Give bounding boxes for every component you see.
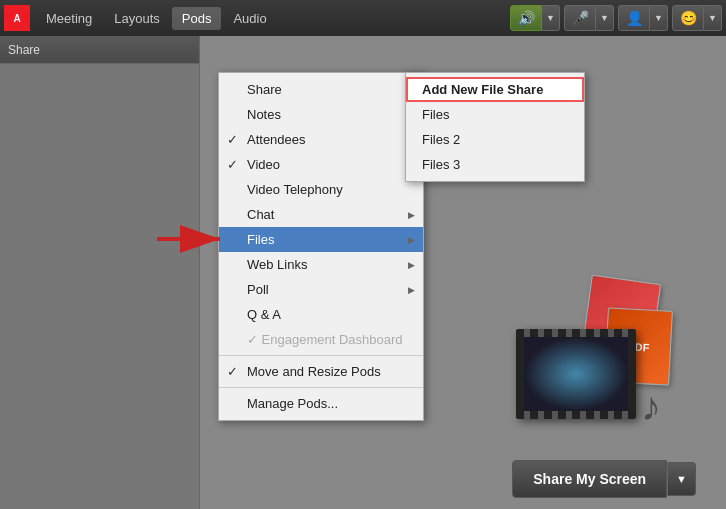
film-holes-top bbox=[516, 329, 636, 337]
share-screen-label: Share My Screen bbox=[533, 471, 646, 487]
status-toolbar-group: 😊 ▼ bbox=[672, 5, 722, 31]
menu-engagement-dashboard: ✓ Engagement Dashboard bbox=[219, 327, 423, 352]
status-btn[interactable]: 😊 bbox=[672, 5, 704, 31]
status-dropdown[interactable]: ▼ bbox=[704, 5, 722, 31]
film-strip bbox=[516, 329, 636, 419]
adobe-logo: A bbox=[4, 5, 30, 31]
menu-attendees[interactable]: Attendees bbox=[219, 127, 423, 152]
camera-dropdown[interactable]: ▼ bbox=[650, 5, 668, 31]
menu-separator-1 bbox=[219, 355, 423, 356]
submenu-files3[interactable]: Files 3 bbox=[406, 152, 584, 177]
menu-move-resize[interactable]: Move and Resize Pods bbox=[219, 359, 423, 384]
menu-item-layouts[interactable]: Layouts bbox=[104, 7, 170, 30]
menu-separator-2 bbox=[219, 387, 423, 388]
share-my-screen-button[interactable]: Share My Screen bbox=[512, 460, 667, 498]
share-panel-title: Share bbox=[8, 43, 40, 57]
menu-video-telephony[interactable]: Video Telephony bbox=[219, 177, 423, 202]
share-screen-dropdown[interactable]: ▼ bbox=[667, 462, 696, 496]
menu-video[interactable]: Video bbox=[219, 152, 423, 177]
mic-btn[interactable]: 🎤 bbox=[564, 5, 596, 31]
audio-dropdown[interactable]: ▼ bbox=[542, 5, 560, 31]
menu-chat[interactable]: Chat bbox=[219, 202, 423, 227]
files-submenu: Add New File Share Files Files 2 Files 3 bbox=[405, 72, 585, 182]
share-panel-header: Share bbox=[0, 36, 199, 64]
menu-item-audio[interactable]: Audio bbox=[223, 7, 276, 30]
audio-toolbar-group: 🔊 ▼ bbox=[510, 5, 560, 31]
share-panel: Share bbox=[0, 36, 200, 509]
film-holes-bottom bbox=[516, 411, 636, 419]
camera-btn[interactable]: 👤 bbox=[618, 5, 650, 31]
red-arrow-indicator bbox=[152, 224, 232, 254]
menu-web-links[interactable]: Web Links bbox=[219, 252, 423, 277]
menu-item-meeting[interactable]: Meeting bbox=[36, 7, 102, 30]
menu-poll[interactable]: Poll bbox=[219, 277, 423, 302]
film-inner bbox=[524, 337, 628, 411]
mic-dropdown[interactable]: ▼ bbox=[596, 5, 614, 31]
share-screen-dropdown-arrow: ▼ bbox=[676, 473, 687, 485]
camera-toolbar-group: 👤 ▼ bbox=[618, 5, 668, 31]
menu-files[interactable]: Files bbox=[219, 227, 423, 252]
menu-notes[interactable]: Notes bbox=[219, 102, 423, 127]
bottom-bar: Share My Screen ▼ bbox=[0, 449, 726, 509]
menu-share[interactable]: Share bbox=[219, 77, 423, 102]
pods-dropdown-menu: Share Notes Attendees Video Video Teleph… bbox=[218, 72, 424, 421]
media-area: PPT PDF ♪ bbox=[476, 279, 676, 449]
menu-manage-pods[interactable]: Manage Pods... bbox=[219, 391, 423, 416]
submenu-files1[interactable]: Files bbox=[406, 102, 584, 127]
menu-item-pods[interactable]: Pods bbox=[172, 7, 222, 30]
submenu-add-new-share[interactable]: Add New File Share bbox=[406, 77, 584, 102]
main-area: Share Share Notes Attendees Video Video … bbox=[0, 36, 726, 509]
music-note-icon: ♪ bbox=[641, 384, 661, 429]
audio-btn[interactable]: 🔊 bbox=[510, 5, 542, 31]
mic-toolbar-group: 🎤 ▼ bbox=[564, 5, 614, 31]
menubar: A Meeting Layouts Pods Audio 🔊 ▼ 🎤 ▼ 👤 ▼… bbox=[0, 0, 726, 36]
menu-items: Meeting Layouts Pods Audio bbox=[36, 7, 277, 30]
submenu-files2[interactable]: Files 2 bbox=[406, 127, 584, 152]
menu-qa[interactable]: Q & A bbox=[219, 302, 423, 327]
toolbar-right: 🔊 ▼ 🎤 ▼ 👤 ▼ 😊 ▼ bbox=[510, 5, 722, 31]
